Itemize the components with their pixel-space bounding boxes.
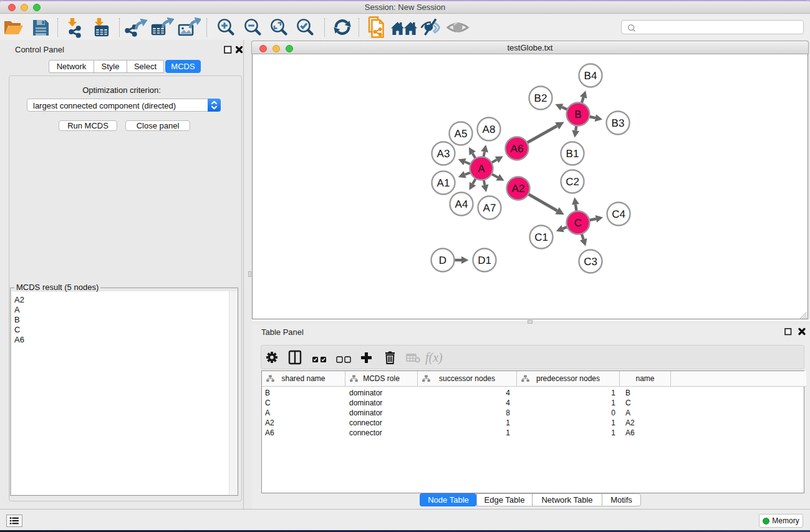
- svg-text:A: A: [478, 163, 485, 175]
- svg-text:C: C: [574, 217, 582, 229]
- svg-text:A1: A1: [437, 177, 450, 189]
- svg-text:B3: B3: [612, 117, 625, 129]
- svg-text:D: D: [439, 254, 446, 266]
- svg-text:A5: A5: [455, 128, 468, 140]
- svg-text:B: B: [574, 109, 581, 120]
- svg-text:C1: C1: [534, 231, 548, 243]
- svg-text:B4: B4: [584, 70, 597, 82]
- svg-text:A7: A7: [483, 202, 496, 214]
- svg-text:B1: B1: [566, 148, 579, 160]
- svg-text:C4: C4: [612, 208, 625, 220]
- svg-text:D1: D1: [478, 254, 491, 266]
- svg-text:A2: A2: [512, 183, 525, 195]
- svg-text:C3: C3: [584, 256, 597, 268]
- svg-text:C2: C2: [566, 176, 579, 188]
- svg-text:B2: B2: [534, 92, 547, 104]
- svg-text:A6: A6: [511, 143, 524, 155]
- svg-text:A8: A8: [483, 123, 496, 135]
- svg-text:A3: A3: [437, 148, 450, 160]
- svg-text:A4: A4: [455, 198, 468, 210]
